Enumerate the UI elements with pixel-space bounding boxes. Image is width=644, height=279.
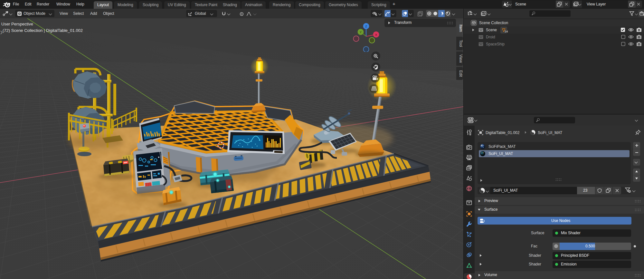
- svg-text:Y: Y: [360, 31, 362, 34]
- svg-text:Z: Z: [365, 25, 367, 28]
- svg-text:X: X: [375, 33, 377, 36]
